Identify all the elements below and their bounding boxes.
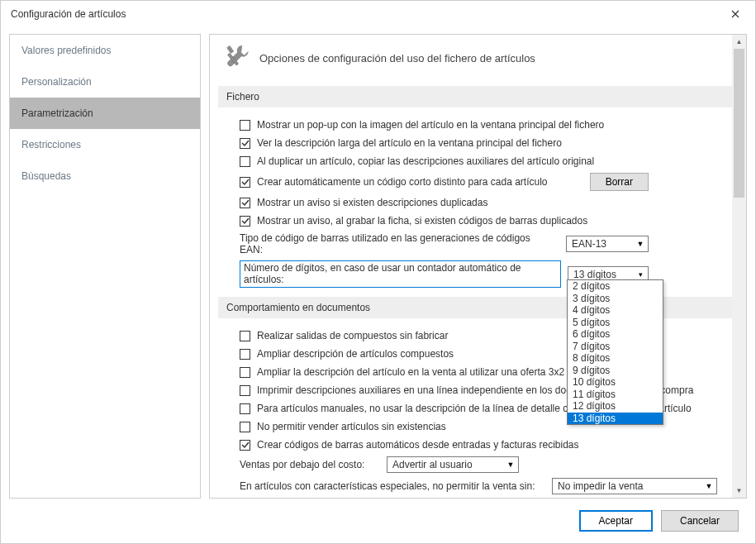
window-title: Configuración de artículos xyxy=(11,8,126,20)
label-desclarga: Ver la descripción larga del artículo en… xyxy=(257,137,562,149)
label-avisobarras: Mostrar un aviso, al grabar la ficha, si… xyxy=(257,215,587,227)
dropdown-item[interactable]: 9 dígitos xyxy=(568,365,663,377)
label-ampliarventa: Ampliar la descripción del artículo en l… xyxy=(257,366,564,378)
chevron-down-icon: ▾ xyxy=(635,270,646,279)
label-digitos: Número de dígitos, en caso de usar un co… xyxy=(240,260,561,288)
dropdown-item[interactable]: 6 dígitos xyxy=(568,328,663,341)
sidebar-label: Parametrización xyxy=(21,107,93,119)
checkbox-salidas[interactable] xyxy=(240,331,250,341)
dropdown-digitos[interactable]: 2 dígitos3 dígitos4 dígitos5 dígitos6 dí… xyxy=(567,279,663,425)
combo-especiales[interactable]: No impedir la venta ▼ xyxy=(552,478,717,494)
chevron-down-icon: ▼ xyxy=(703,482,715,490)
main-scroll: Opciones de configuración del uso del fi… xyxy=(210,35,746,498)
label-popup: Mostrar un pop-up con la imagen del artí… xyxy=(257,119,604,131)
dropdown-item[interactable]: 8 dígitos xyxy=(568,352,663,365)
scroll-down-icon[interactable]: ▼ xyxy=(732,484,746,498)
dropdown-item[interactable]: 12 dígitos xyxy=(568,400,663,413)
scrollbar[interactable]: ▲ ▼ xyxy=(732,35,746,498)
checkbox-ampliarventa[interactable] xyxy=(240,367,250,378)
sidebar-item-busquedas[interactable]: Búsquedas xyxy=(10,160,200,192)
checkbox-avisodup[interactable] xyxy=(240,198,250,208)
checkbox-manual[interactable] xyxy=(240,403,250,414)
dropdown-item[interactable]: 5 dígitos xyxy=(568,317,663,329)
dropdown-item[interactable]: 10 dígitos xyxy=(568,376,663,389)
section-fichero-header: Fichero xyxy=(218,86,738,107)
label-crearcb: Crear códigos de barras automáticos desd… xyxy=(257,439,579,451)
check-icon xyxy=(241,139,250,147)
check-icon xyxy=(241,198,250,207)
checkbox-ampliar[interactable] xyxy=(240,349,250,360)
sidebar-item-parametrizacion[interactable]: Parametrización xyxy=(10,98,200,129)
checkbox-nopermitir[interactable] xyxy=(240,422,250,432)
combo-tipocodigo[interactable]: EAN-13 ▼ xyxy=(566,236,649,252)
footer: Aceptar Cancelar xyxy=(1,502,755,543)
label-especiales: En artículos con características especia… xyxy=(240,480,545,492)
sidebar-item-restricciones[interactable]: Restricciones xyxy=(10,129,200,160)
check-icon xyxy=(241,217,250,225)
accept-button[interactable]: Aceptar xyxy=(579,510,653,532)
label-dupcopiar: Al duplicar un artículo, copiar las desc… xyxy=(257,155,594,167)
sidebar-label: Restricciones xyxy=(21,139,81,150)
label-ampliar: Ampliar descripción de artículos compues… xyxy=(257,348,454,360)
combo-value: 13 dígitos xyxy=(573,269,616,280)
dropdown-item[interactable]: 7 dígitos xyxy=(568,341,663,353)
combo-value: Advertir al usuario xyxy=(392,459,473,470)
main-panel: Opciones de configuración del uso del fi… xyxy=(209,34,747,499)
combo-value: No impedir la venta xyxy=(558,480,643,492)
sidebar-label: Valores predefinidos xyxy=(21,45,112,56)
borrar-button[interactable]: Borrar xyxy=(590,173,649,191)
sidebar: Valores predefinidos Personalización Par… xyxy=(9,34,201,499)
dropdown-item[interactable]: 4 dígitos xyxy=(568,304,663,317)
sidebar-label: Búsquedas xyxy=(21,170,71,182)
label-costo: Ventas por debajo del costo: xyxy=(240,459,380,470)
label-nopermitir: No permitir vender artículos sin existen… xyxy=(257,421,446,432)
dropdown-item[interactable]: 13 dígitos xyxy=(568,413,663,425)
chevron-down-icon: ▼ xyxy=(505,460,516,469)
checkbox-desclarga[interactable] xyxy=(240,138,250,149)
checkbox-dupcopiar[interactable] xyxy=(240,156,250,167)
checkbox-popup[interactable] xyxy=(240,120,250,131)
combo-value: EAN-13 xyxy=(572,238,606,250)
checkbox-crearcb[interactable] xyxy=(240,440,250,451)
chevron-down-icon: ▼ xyxy=(635,240,646,248)
label-avisodup: Mostrar un aviso si existen descripcione… xyxy=(257,197,487,208)
sidebar-item-valores[interactable]: Valores predefinidos xyxy=(10,35,200,66)
check-icon xyxy=(241,178,250,186)
tools-icon xyxy=(221,43,251,73)
main-heading: Opciones de configuración del uso del fi… xyxy=(259,52,535,64)
sidebar-item-personalizacion[interactable]: Personalización xyxy=(10,66,200,98)
titlebar: Configuración de artículos xyxy=(1,1,755,27)
checkbox-imprimiraux[interactable] xyxy=(240,385,250,396)
label-tipocodigo: Tipo de código de barras utilizado en la… xyxy=(240,232,554,255)
check-icon xyxy=(241,441,250,449)
dropdown-item[interactable]: 11 dígitos xyxy=(568,389,663,401)
combo-costo[interactable]: Advertir al usuario ▼ xyxy=(387,456,519,473)
close-icon xyxy=(731,10,739,18)
scroll-up-icon[interactable]: ▲ xyxy=(732,35,746,49)
dropdown-item[interactable]: 2 dígitos xyxy=(568,280,663,293)
cancel-button[interactable]: Cancelar xyxy=(661,510,739,532)
checkbox-codcorto[interactable] xyxy=(240,177,250,188)
sidebar-label: Personalización xyxy=(21,76,92,88)
dropdown-item[interactable]: 3 dígitos xyxy=(568,293,663,305)
label-codcorto: Crear automáticamente un código corto di… xyxy=(257,176,554,188)
label-salidas: Realizar salidas de compuestos sin fabri… xyxy=(257,330,448,341)
checkbox-avisobarras[interactable] xyxy=(240,216,250,227)
scroll-thumb[interactable] xyxy=(734,49,744,198)
close-button[interactable] xyxy=(722,2,749,26)
